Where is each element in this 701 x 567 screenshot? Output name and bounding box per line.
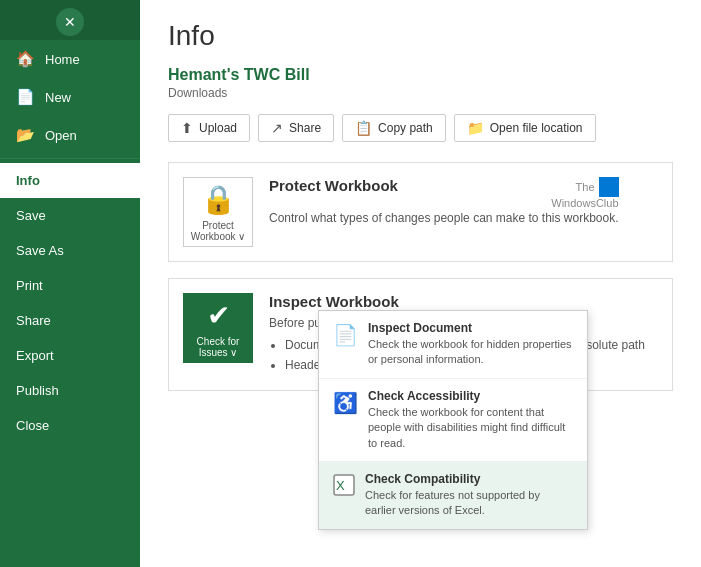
upload-icon: ⬆ [181, 120, 193, 136]
app-icon: ✕ [56, 8, 84, 36]
check-issues-label: Check forIssues ∨ [197, 336, 240, 358]
main-wrapper: Info Hemant's TWC Bill Downloads ⬆ Uploa… [140, 0, 701, 567]
check-accessibility-item[interactable]: ♿ Check Accessibility Check the workbook… [319, 379, 587, 462]
inspect-workbook-title: Inspect Workbook [269, 293, 645, 310]
watermark: The WindowsClub [551, 177, 618, 209]
compatibility-icon: X [333, 474, 355, 501]
sidebar-item-print[interactable]: Print [0, 268, 140, 303]
folder-icon: 📁 [467, 120, 484, 136]
sidebar-item-save[interactable]: Save [0, 198, 140, 233]
action-buttons: ⬆ Upload ↗ Share 📋 Copy path 📁 Open file… [168, 114, 673, 142]
check-compatibility-item[interactable]: X Check Compatibility Check for features… [319, 462, 587, 529]
checkmark-icon: ✔ [207, 299, 230, 332]
svg-text:X: X [336, 478, 345, 493]
open-file-location-button[interactable]: 📁 Open file location [454, 114, 596, 142]
page-title: Info [168, 20, 673, 52]
check-compatibility-content: Check Compatibility Check for features n… [365, 472, 573, 519]
check-issues-dropdown: 📄 Inspect Document Check the workbook fo… [318, 310, 588, 530]
check-accessibility-content: Check Accessibility Check the workbook f… [368, 389, 573, 451]
copy-path-icon: 📋 [355, 120, 372, 136]
upload-button[interactable]: ⬆ Upload [168, 114, 250, 142]
sidebar-item-share[interactable]: Share [0, 303, 140, 338]
accessibility-icon: ♿ [333, 391, 358, 415]
share-button[interactable]: ↗ Share [258, 114, 334, 142]
protect-label: ProtectWorkbook ∨ [191, 220, 246, 242]
home-icon: 🏠 [16, 50, 35, 68]
protect-workbook-info: Protect Workbook The WindowsClub Control… [269, 177, 619, 227]
open-icon: 📂 [16, 126, 35, 144]
sidebar-item-home[interactable]: 🏠 Home [0, 40, 140, 78]
protect-workbook-button[interactable]: 🔒 ProtectWorkbook ∨ [183, 177, 253, 247]
divider [0, 158, 140, 159]
copy-path-button[interactable]: 📋 Copy path [342, 114, 446, 142]
sidebar-item-close[interactable]: Close [0, 408, 140, 443]
sidebar-item-open[interactable]: 📂 Open [0, 116, 140, 154]
share-icon: ↗ [271, 120, 283, 136]
inspect-document-item[interactable]: 📄 Inspect Document Check the workbook fo… [319, 311, 587, 379]
sidebar-item-saveas[interactable]: Save As [0, 233, 140, 268]
sidebar: ✕ 🏠 Home 📄 New 📂 Open Info Save Save As … [0, 0, 140, 567]
sidebar-item-info[interactable]: Info [0, 163, 140, 198]
inspect-document-content: Inspect Document Check the workbook for … [368, 321, 573, 368]
sidebar-item-new[interactable]: 📄 New [0, 78, 140, 116]
sidebar-item-export[interactable]: Export [0, 338, 140, 373]
protect-workbook-title: Protect Workbook [269, 177, 398, 194]
new-icon: 📄 [16, 88, 35, 106]
lock-icon: 🔒 [201, 183, 236, 216]
sidebar-top: ✕ [0, 0, 140, 40]
protect-workbook-desc: Control what types of changes people can… [269, 209, 619, 227]
sidebar-item-publish[interactable]: Publish [0, 373, 140, 408]
inspect-doc-icon: 📄 [333, 323, 358, 347]
check-for-issues-button[interactable]: ✔ Check forIssues ∨ [183, 293, 253, 363]
file-location: Downloads [168, 86, 673, 100]
windows-logo [599, 177, 619, 197]
protect-workbook-section: 🔒 ProtectWorkbook ∨ Protect Workbook The… [168, 162, 673, 262]
file-title: Hemant's TWC Bill [168, 66, 673, 84]
